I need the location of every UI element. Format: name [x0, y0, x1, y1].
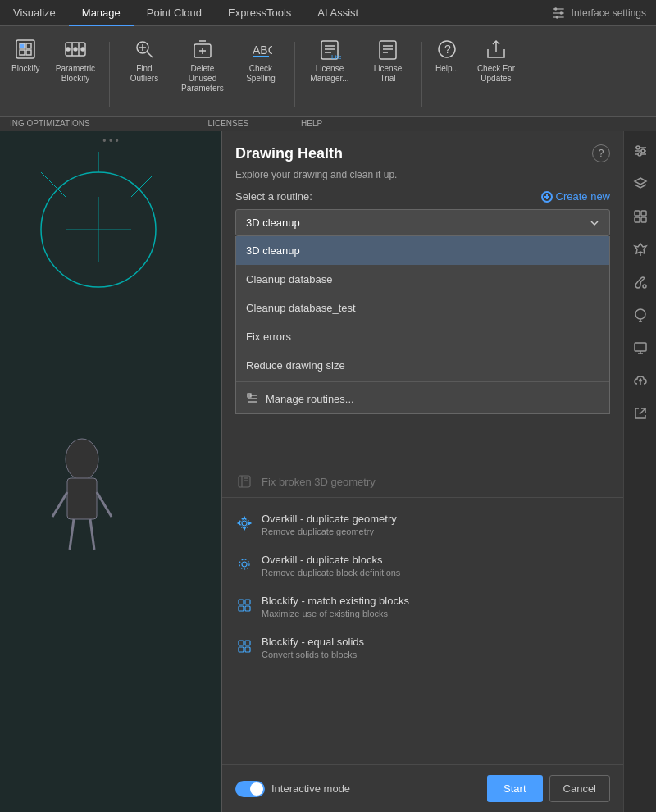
right-sidebar — [623, 131, 656, 812]
routine-item-overkill-geometry[interactable]: Overkill - duplicate geometry Remove dup… — [222, 504, 623, 545]
create-new-label: Create new — [556, 190, 610, 203]
gear-overkill-geometry-icon — [236, 515, 253, 531]
svg-rect-10 — [26, 50, 31, 55]
ribbon-btn-check-updates[interactable]: Check For Updates — [468, 33, 523, 87]
svg-point-5 — [555, 16, 558, 18]
interface-settings-button[interactable]: Interface settings — [540, 5, 656, 21]
svg-line-94 — [640, 408, 645, 414]
tab-express-tools[interactable]: ExpressTools — [215, 0, 304, 26]
manage-routines-item[interactable]: Manage routines... — [236, 384, 609, 413]
ribbon-btn-parametric-blockify[interactable]: Parametric Blockify — [48, 33, 102, 87]
svg-point-45 — [66, 439, 98, 480]
dh-header: Drawing Health ? — [222, 131, 623, 169]
interactive-mode-toggle[interactable] — [235, 781, 265, 797]
svg-point-65 — [239, 559, 249, 569]
dropdown-option-fix-errors[interactable]: Fix errors — [236, 322, 609, 351]
main-area: • • • — [0, 131, 656, 812]
svg-rect-73 — [245, 647, 250, 652]
svg-rect-58 — [239, 476, 250, 487]
paint-icon[interactable] — [627, 269, 654, 295]
ribbon-btn-help[interactable]: ? Help... — [429, 33, 465, 77]
tab-visualize[interactable]: Visualize — [0, 0, 69, 26]
dh-footer: Interactive mode Start Cancel — [222, 764, 623, 812]
check-updates-label: Check For Updates — [473, 64, 518, 84]
tab-point-cloud[interactable]: Point Cloud — [134, 0, 215, 26]
dropdown-separator — [236, 381, 609, 382]
svg-rect-32 — [380, 41, 396, 59]
broken-item-icon — [235, 472, 253, 490]
dh-select-label: Select a routine: — [235, 190, 312, 203]
dropdown-option-reduce-size[interactable]: Reduce drawing size — [236, 351, 609, 380]
svg-point-63 — [239, 518, 249, 528]
svg-rect-90 — [635, 343, 646, 351]
ribbon-btn-blockify[interactable]: Blockify — [7, 33, 44, 77]
ribbon-sections: ING OPTIMIZATIONS LICENSES HELP — [0, 116, 656, 131]
delete-unused-icon — [189, 36, 216, 62]
ribbon-sep-1 — [109, 42, 110, 107]
ribbon-btn-find-outliers[interactable]: Find Outliers — [116, 33, 171, 87]
sliders-icon[interactable] — [627, 138, 654, 164]
ribbon-btn-delete-unused[interactable]: Delete Unused Parameters — [175, 33, 230, 97]
cloud-upload-icon[interactable] — [627, 367, 654, 394]
svg-line-49 — [70, 519, 74, 550]
svg-line-48 — [97, 492, 112, 517]
dropdown-option-cleanup-db[interactable]: Cleanup database — [236, 265, 609, 294]
svg-rect-82 — [641, 211, 646, 216]
routine-item-blockify-solids[interactable]: Blockify - equal solids Convert solids t… — [222, 627, 623, 668]
svg-rect-72 — [239, 647, 244, 652]
routine-item-overkill-blocks[interactable]: Overkill - duplicate blocks Remove dupli… — [222, 545, 623, 586]
svg-point-62 — [242, 521, 247, 526]
routine-item-blockify-existing[interactable]: Blockify - match existing blocks Maximiz… — [222, 586, 623, 627]
svg-rect-83 — [635, 217, 640, 222]
grid-icon[interactable] — [627, 203, 654, 230]
top-bar: Visualize Manage Point Cloud ExpressTool… — [0, 0, 656, 131]
dh-help-button[interactable]: ? — [592, 144, 610, 162]
svg-text:Lite: Lite — [331, 53, 341, 61]
ribbon-btn-check-spelling[interactable]: ABC Check Spelling — [233, 33, 288, 87]
blockify-solids-desc: Convert solids to blocks — [262, 650, 364, 659]
check-spelling-icon: ABC — [248, 36, 274, 62]
tab-ai-assist[interactable]: AI Assist — [304, 0, 371, 26]
ribbon-btn-license-trial[interactable]: License Trial — [360, 33, 415, 87]
svg-point-15 — [74, 48, 77, 51]
svg-point-77 — [636, 146, 640, 149]
blockify-label: Blockify — [11, 64, 39, 74]
svg-text:ABC: ABC — [253, 43, 272, 57]
drawing-health-panel: Drawing Health ? Explore your drawing an… — [221, 131, 623, 812]
dropdown-option-3d-cleanup[interactable]: 3D cleanup — [236, 236, 609, 265]
check-updates-icon — [483, 36, 509, 62]
routine-dropdown[interactable]: 3D cleanup — [235, 209, 610, 236]
cancel-button[interactable]: Cancel — [549, 775, 610, 802]
tab-manage[interactable]: Manage — [69, 0, 134, 26]
canvas-area: • • • — [0, 131, 221, 812]
routine-section: Overkill - duplicate geometry Remove dup… — [222, 498, 623, 764]
svg-rect-84 — [641, 217, 646, 222]
help-label: Help... — [435, 64, 459, 74]
toggle-knob — [250, 782, 263, 796]
dh-select-row: Select a routine: Create new — [222, 190, 623, 209]
ribbon-section-optimizations: ING OPTIMIZATIONS — [0, 117, 100, 131]
create-new-button[interactable]: Create new — [541, 190, 610, 203]
start-button[interactable]: Start — [487, 775, 542, 802]
dropdown-menu: 3D cleanup Cleanup database Cleanup data… — [235, 236, 610, 414]
export-icon[interactable] — [627, 400, 654, 427]
gear-blockify-existing-icon — [236, 597, 253, 614]
blockify-existing-title: Blockify - match existing blocks — [262, 595, 409, 607]
interactive-mode-row: Interactive mode — [235, 781, 350, 797]
pin-icon[interactable] — [627, 236, 654, 262]
layers-icon[interactable] — [627, 171, 654, 197]
manage-routines-label: Manage routines... — [266, 393, 354, 405]
svg-rect-8 — [26, 43, 31, 48]
svg-text:?: ? — [444, 43, 451, 56]
monitor-icon[interactable] — [627, 335, 654, 361]
license-trial-label: License Trial — [365, 64, 410, 84]
overkill-blocks-desc: Remove duplicate block definitions — [262, 568, 400, 577]
svg-rect-66 — [239, 600, 244, 604]
balloon-icon[interactable] — [627, 302, 654, 328]
svg-line-50 — [90, 519, 94, 550]
canvas-drawing — [16, 148, 205, 725]
overkill-geometry-icon — [235, 514, 253, 532]
dropdown-option-cleanup-db-test[interactable]: Cleanup database_test — [236, 294, 609, 322]
ribbon-btn-license-manager[interactable]: Lite License Manager... — [302, 33, 357, 87]
svg-point-78 — [641, 149, 645, 153]
